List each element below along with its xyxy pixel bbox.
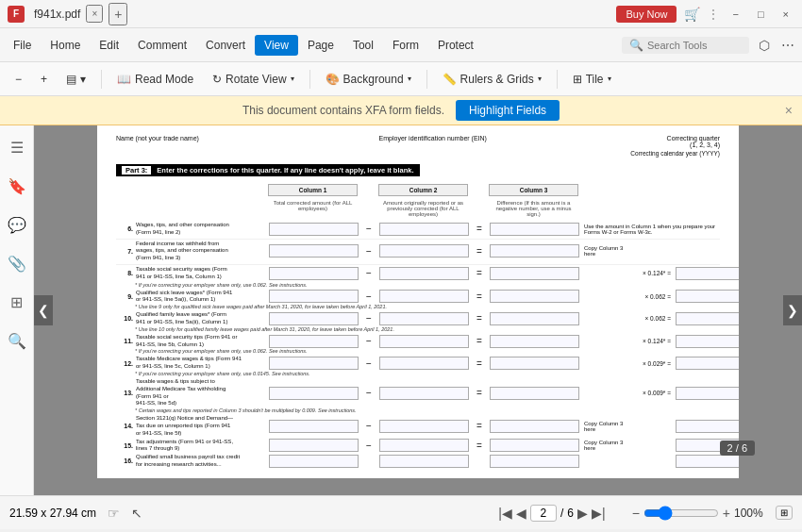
- row-14-col1-input[interactable]: [269, 420, 359, 433]
- hand-tool-button[interactable]: ☞: [104, 504, 124, 523]
- row-8-col1-input[interactable]: [269, 267, 359, 280]
- view-mode-button[interactable]: ▤ ▾: [58, 70, 93, 89]
- menu-form[interactable]: Form: [383, 35, 428, 56]
- row-9-col3-input[interactable]: [490, 290, 579, 303]
- doc-left-arrow[interactable]: ❮: [34, 295, 53, 325]
- menu-edit[interactable]: Edit: [90, 35, 128, 56]
- fit-page-button[interactable]: ⊞: [776, 506, 793, 520]
- row-12-col4-input[interactable]: [676, 357, 739, 370]
- row-13-col2-input[interactable]: [379, 387, 469, 400]
- row-12-col1-input[interactable]: [269, 357, 359, 370]
- row-15-col2-input[interactable]: [379, 439, 469, 452]
- zoom-out-bottom-button[interactable]: −: [632, 506, 640, 521]
- last-page-button[interactable]: ▶|: [592, 506, 606, 521]
- menu-file[interactable]: File: [4, 35, 41, 56]
- row-14-col4-input[interactable]: [676, 420, 739, 433]
- row-8-num: 8.: [116, 270, 135, 276]
- read-mode-button[interactable]: 📖 Read Mode: [109, 70, 201, 89]
- search-input[interactable]: [647, 40, 742, 51]
- row-16-col3-input[interactable]: [490, 455, 579, 468]
- row-13-col4-input[interactable]: [676, 387, 739, 400]
- rotate-view-button[interactable]: ↻ Rotate View ▾: [205, 70, 301, 89]
- row-14-col2-input[interactable]: [379, 420, 469, 433]
- row-8-col2-input[interactable]: [379, 267, 469, 280]
- menu-protect[interactable]: Protect: [428, 35, 483, 56]
- menu-view[interactable]: View: [255, 35, 298, 56]
- sidebar-search-icon[interactable]: 🔍: [2, 326, 32, 356]
- menu-search[interactable]: 🔍: [622, 37, 749, 54]
- sidebar-comment-icon[interactable]: 💬: [2, 210, 32, 240]
- next-page-button[interactable]: ▶: [577, 506, 588, 521]
- zoom-out-button[interactable]: −: [8, 70, 29, 89]
- zoom-in-button[interactable]: +: [33, 70, 55, 89]
- row-10-col1-input[interactable]: [269, 312, 359, 325]
- row-11-col4-input[interactable]: [676, 335, 739, 348]
- row-8-col3-input[interactable]: [490, 267, 579, 280]
- row-16-col4-input[interactable]: [676, 455, 739, 468]
- tab-add-button[interactable]: +: [109, 3, 127, 25]
- buy-now-button[interactable]: Buy Now: [616, 6, 677, 23]
- title-bar-left: F f941x.pdf × +: [8, 3, 127, 25]
- row-9-col2-input[interactable]: [379, 290, 469, 303]
- row-11-col3-input[interactable]: [490, 335, 579, 348]
- row-6-col1-input[interactable]: [269, 223, 359, 236]
- row-15-col1-input[interactable]: [269, 439, 359, 452]
- row-14: 14. Section 3121(q) Notice and Demand—Ta…: [116, 415, 720, 437]
- sidebar-bookmark-icon[interactable]: 🔖: [2, 172, 32, 201]
- background-button[interactable]: 🎨 Background ▾: [318, 70, 419, 89]
- row-12-col3-input[interactable]: [490, 357, 579, 370]
- sidebar-pages-icon[interactable]: ☰: [5, 133, 29, 162]
- row-7-col2-input[interactable]: [379, 244, 469, 258]
- page-number-input[interactable]: [530, 505, 557, 522]
- row-8-col4-input[interactable]: [676, 267, 739, 280]
- share-icon[interactable]: ⬡: [755, 36, 774, 55]
- row-16-col1-input[interactable]: [269, 455, 359, 468]
- row-10-col3-input[interactable]: [490, 312, 579, 325]
- maximize-button[interactable]: □: [752, 7, 770, 22]
- form-header: Name (not your trade name) Employer iden…: [116, 135, 720, 148]
- row-11-col2-input[interactable]: [379, 335, 469, 348]
- minimize-button[interactable]: −: [727, 7, 744, 22]
- row-15-col3-input[interactable]: [490, 439, 579, 452]
- prev-page-button[interactable]: ◀: [516, 506, 526, 521]
- sidebar-attachments-icon[interactable]: 📎: [2, 249, 32, 278]
- row-12-num: 12.: [116, 360, 135, 367]
- notification-close-button[interactable]: ×: [785, 103, 793, 118]
- highlight-fields-button[interactable]: Highlight Fields: [456, 100, 560, 121]
- tile-label: Tile: [586, 73, 604, 86]
- select-tool-button[interactable]: ↖: [127, 504, 146, 523]
- zoom-in-bottom-button[interactable]: +: [723, 506, 730, 521]
- correcting-quarter-value: (1, 2, 3, 4): [667, 141, 720, 148]
- row-12-col2-input[interactable]: [379, 357, 469, 370]
- tab-close-button[interactable]: ×: [86, 5, 103, 23]
- row-10-col2-input[interactable]: [379, 312, 469, 325]
- row-6-col3-input[interactable]: [490, 223, 579, 236]
- rulers-grids-button[interactable]: 📏 Rulers & Grids ▾: [435, 70, 549, 89]
- row-14-col3-input[interactable]: [490, 420, 579, 433]
- row-7-col3-input[interactable]: [490, 244, 579, 258]
- toolbar: − + ▤ ▾ 📖 Read Mode ↻ Rotate View ▾ 🎨 Ba…: [0, 62, 802, 96]
- row-11-col1-input[interactable]: [269, 335, 359, 348]
- row-13-num: 13.: [116, 390, 135, 396]
- row-9-col4-input[interactable]: [676, 290, 739, 303]
- menu-page[interactable]: Page: [298, 35, 343, 56]
- row-9-col1-input[interactable]: [269, 290, 359, 303]
- row-16-col2-input[interactable]: [379, 455, 469, 468]
- row-6-col2-input[interactable]: [379, 223, 469, 236]
- row-10-col4-input[interactable]: [676, 312, 739, 325]
- row-13-col3-input[interactable]: [490, 387, 579, 400]
- sidebar-layers-icon[interactable]: ⊞: [5, 288, 28, 317]
- menu-comment[interactable]: Comment: [128, 35, 196, 56]
- first-page-button[interactable]: |◀: [498, 506, 512, 521]
- row-13-col1-input[interactable]: [269, 387, 359, 400]
- menu-convert[interactable]: Convert: [196, 35, 255, 56]
- row-7-col1-input[interactable]: [269, 244, 359, 258]
- zoom-slider[interactable]: [643, 506, 719, 521]
- more-icon[interactable]: ⋯: [777, 36, 798, 55]
- tile-button[interactable]: ⊞ Tile ▾: [565, 70, 619, 89]
- menu-tool[interactable]: Tool: [343, 35, 383, 56]
- menu-home[interactable]: Home: [41, 35, 90, 56]
- close-button[interactable]: ×: [777, 7, 794, 22]
- doc-right-arrow[interactable]: ❯: [783, 295, 802, 325]
- toolbar-separator-3: [426, 70, 427, 89]
